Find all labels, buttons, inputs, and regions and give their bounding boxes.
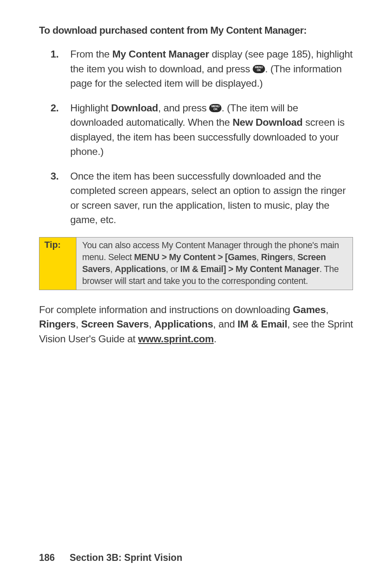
text: , and xyxy=(213,318,238,330)
page-number: 186 xyxy=(39,552,55,563)
text: , xyxy=(256,252,261,262)
list-content: Once the item has been successfully down… xyxy=(70,169,353,227)
text-bold: Ringers xyxy=(261,252,293,262)
list-marker: 3. xyxy=(51,169,70,227)
text-bold: Download xyxy=(111,102,158,113)
text: , xyxy=(76,318,81,330)
icon-label: MENUOK xyxy=(212,105,219,111)
text: Highlight xyxy=(70,102,111,113)
text: Once the item has been successfully down… xyxy=(70,171,346,226)
text: , xyxy=(326,304,329,315)
text-bold: Applications xyxy=(115,264,166,274)
text-bold: IM & Email] > My Content Manager xyxy=(180,264,320,274)
text: , or xyxy=(166,264,180,274)
text-bold: Ringers xyxy=(39,318,76,330)
list-marker: 2. xyxy=(51,101,70,159)
text-bold: Screen Savers xyxy=(81,318,149,330)
list-content: From the My Content Manager display (see… xyxy=(70,47,353,91)
menu-ok-icon: MENUOK xyxy=(209,104,221,112)
text: , xyxy=(293,252,297,262)
page-footer: 186Section 3B: Sprint Vision xyxy=(39,552,182,563)
text-bold: New Download xyxy=(233,117,303,128)
text-bold: MENU > My Content > [Games xyxy=(134,252,256,262)
text: For complete information and instruction… xyxy=(39,304,293,315)
list-item: 2. Highlight Download, and press MENUOK.… xyxy=(51,101,353,159)
icon-label: MENUOK xyxy=(255,66,263,71)
paragraph: For complete information and instruction… xyxy=(39,302,353,346)
text: , xyxy=(149,318,154,330)
text: , xyxy=(110,264,115,274)
tip-label: Tip: xyxy=(39,238,76,290)
list-content: Highlight Download, and press MENUOK. (T… xyxy=(70,101,353,159)
text-bold: Games xyxy=(293,304,326,315)
text-bold: Applications xyxy=(154,318,213,330)
menu-ok-icon: MENUOK xyxy=(253,65,265,73)
text-bold: IM & Email xyxy=(238,318,287,330)
list-item: 1. From the My Content Manager display (… xyxy=(51,47,353,91)
ordered-list: 1. From the My Content Manager display (… xyxy=(39,47,353,227)
list-item: 3. Once the item has been successfully d… xyxy=(51,169,353,227)
tip-content: You can also access My Content Manager t… xyxy=(76,238,353,290)
tip-box: Tip: You can also access My Content Mana… xyxy=(39,237,353,290)
text: . xyxy=(214,333,217,344)
text: From the xyxy=(70,48,112,60)
list-marker: 1. xyxy=(51,47,70,91)
link-text[interactable]: www.sprint.com xyxy=(138,333,214,344)
section-title: Section 3B: Sprint Vision xyxy=(69,552,182,563)
text: , and press xyxy=(158,102,209,113)
text-bold: My Content Manager xyxy=(112,48,209,60)
page-heading: To download purchased content from My Co… xyxy=(39,25,353,36)
